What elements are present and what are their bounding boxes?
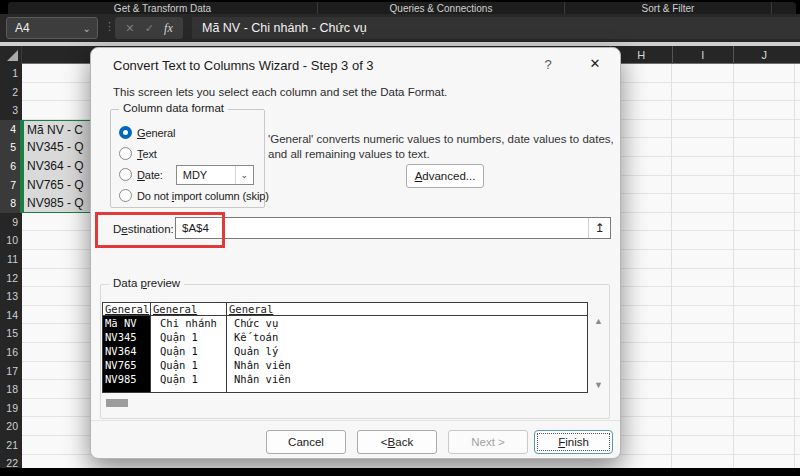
preview-cell-r2c2[interactable]: Quản lý: [227, 344, 587, 358]
cell-A6[interactable]: NV364 - Q: [22, 157, 95, 176]
row-header-5[interactable]: 5: [0, 138, 22, 157]
ribbon-strip: Get & Transform Data Queries & Connectio…: [0, 0, 800, 14]
radio-option-do-not-import-column-skip[interactable]: Do not import column (skip): [111, 185, 264, 206]
preview-cell-r3c1[interactable]: Quận 1: [151, 358, 227, 372]
preview-cell-r2c1[interactable]: Quận 1: [151, 344, 227, 358]
cell-A4[interactable]: Mã NV - C: [22, 120, 95, 139]
preview-cell-r4c1[interactable]: Quận 1: [151, 372, 227, 386]
row-header-9[interactable]: 9: [0, 213, 22, 232]
row-header-11[interactable]: 11: [0, 250, 22, 269]
preview-cell-r4c2[interactable]: Nhân viên: [227, 372, 587, 386]
row-header-19[interactable]: 19: [0, 399, 22, 418]
row-header-12[interactable]: 12: [0, 269, 22, 288]
preview-cell-r1c2[interactable]: Kế toán: [227, 330, 587, 344]
column-header-I[interactable]: I: [672, 46, 734, 64]
radio-option-text[interactable]: Text: [111, 143, 264, 164]
bottom-bar: [0, 468, 800, 476]
select-all-icon: [7, 50, 18, 61]
name-box-value: A4: [15, 21, 30, 35]
preview-table: GeneralGeneralGeneralMã NVChi nhánhChức …: [102, 302, 588, 393]
row-header-2[interactable]: 2: [0, 83, 22, 102]
ribbon-group-queries-connections[interactable]: Queries & Connections: [318, 2, 565, 14]
radio-option-general[interactable]: General: [111, 122, 264, 143]
formula-buttons: ✕ ✓ fx: [115, 17, 183, 39]
confirm-entry-icon[interactable]: ✓: [145, 22, 154, 35]
scroll-down-icon[interactable]: ▼: [594, 380, 603, 390]
row-header-6[interactable]: 6: [0, 157, 22, 176]
scroll-up-icon[interactable]: ▲: [594, 316, 603, 326]
back-button[interactable]: < Back: [357, 430, 437, 454]
text-to-columns-dialog: Convert Text to Columns Wizard - Step 3 …: [90, 47, 621, 459]
formula-input[interactable]: Mã NV - Chi nhánh - Chức vụ: [192, 17, 800, 39]
preview-header-0[interactable]: General: [103, 303, 151, 316]
radio-do-not-import-column-skip-icon[interactable]: [119, 189, 132, 202]
cancel-button[interactable]: Cancel: [266, 430, 346, 454]
row-header-8[interactable]: 8: [0, 194, 22, 213]
chevron-down-icon[interactable]: ⌄: [83, 23, 91, 34]
column-data-format-group: Column data format GeneralTextDate:MDY⌄D…: [110, 109, 265, 208]
row-header-4[interactable]: 4: [0, 120, 22, 139]
close-icon[interactable]: ✕: [586, 56, 604, 71]
gridline: [733, 64, 734, 468]
row-header-21[interactable]: 21: [0, 436, 22, 455]
row-header-20[interactable]: 20: [0, 417, 22, 436]
cell-A8[interactable]: NV985 - Q: [22, 194, 95, 213]
data-preview-label: Data preview: [109, 277, 184, 289]
collapse-dialog-icon[interactable]: ↥: [588, 218, 610, 238]
radio-text-icon[interactable]: [119, 147, 132, 160]
preview-header-2[interactable]: General: [227, 303, 587, 316]
ribbon-group-get-transform-data[interactable]: Get & Transform Data: [8, 2, 318, 14]
preview-filler: [103, 386, 151, 392]
preview-header-1[interactable]: General: [151, 303, 227, 316]
preview-filler: [227, 386, 587, 392]
row-header-14[interactable]: 14: [0, 306, 22, 325]
column-header-J[interactable]: J: [733, 46, 795, 64]
row-header-1[interactable]: 1: [0, 64, 22, 83]
row-header-3[interactable]: 3: [0, 101, 22, 120]
radio-date-icon[interactable]: [119, 168, 132, 181]
cell-A5[interactable]: NV345 - Q: [22, 138, 95, 157]
row-header-7[interactable]: 7: [0, 176, 22, 195]
row-header-18[interactable]: 18: [0, 380, 22, 399]
dialog-separator: [91, 420, 620, 421]
preview-cell-r0c0[interactable]: Mã NV: [103, 316, 151, 330]
preview-cell-r1c1[interactable]: Quận 1: [151, 330, 227, 344]
preview-filler: [151, 386, 227, 392]
name-box[interactable]: A4 ⌄: [6, 17, 98, 39]
preview-cell-r1c0[interactable]: NV345: [103, 330, 151, 344]
date-format-value: MDY: [177, 169, 207, 181]
formula-bar-row: A4 ⌄ ⋮ ✕ ✓ fx Mã NV - Chi nhánh - Chức v…: [0, 14, 800, 42]
cell-A7[interactable]: NV765 - Q: [22, 176, 95, 195]
date-format-dropdown[interactable]: MDY⌄: [176, 165, 254, 185]
ribbon-group-spacer: [772, 2, 796, 14]
destination-input[interactable]: $A$4 ↥: [175, 217, 611, 239]
next-button: Next >: [448, 430, 528, 454]
preview-cell-r3c2[interactable]: Nhân viên: [227, 358, 587, 372]
ribbon-bar: Get & Transform Data Queries & Connectio…: [8, 2, 796, 14]
advanced-button[interactable]: Advanced...: [406, 164, 484, 188]
row-header-16[interactable]: 16: [0, 343, 22, 362]
select-all-corner[interactable]: [0, 46, 22, 64]
help-icon[interactable]: ?: [540, 57, 556, 72]
horizontal-scrollbar-thumb[interactable]: [106, 399, 128, 407]
radio-general-icon[interactable]: [119, 126, 132, 139]
formula-bar-grip-icon: ⋮: [104, 20, 115, 33]
insert-function-icon[interactable]: fx: [164, 21, 173, 36]
chevron-down-icon: ⌄: [235, 166, 253, 184]
preview-cell-r3c0[interactable]: NV765: [103, 358, 151, 372]
row-header-13[interactable]: 13: [0, 287, 22, 306]
preview-cell-r4c0[interactable]: NV985: [103, 372, 151, 386]
dialog-title: Convert Text to Columns Wizard - Step 3 …: [113, 58, 374, 73]
finish-button[interactable]: Finish: [534, 430, 613, 454]
row-header-17[interactable]: 17: [0, 362, 22, 381]
ribbon-group-sort-filter[interactable]: Sort & Filter: [565, 2, 772, 14]
row-header-10[interactable]: 10: [0, 231, 22, 250]
preview-cell-r0c2[interactable]: Chức vụ: [227, 316, 587, 330]
dialog-subtitle: This screen lets you select each column …: [113, 86, 447, 98]
cancel-entry-icon[interactable]: ✕: [125, 22, 134, 35]
gridline: [671, 64, 672, 468]
radio-option-date[interactable]: Date:MDY⌄: [111, 164, 264, 185]
preview-cell-r0c1[interactable]: Chi nhánh: [151, 316, 227, 330]
row-header-15[interactable]: 15: [0, 324, 22, 343]
preview-cell-r2c0[interactable]: NV364: [103, 344, 151, 358]
